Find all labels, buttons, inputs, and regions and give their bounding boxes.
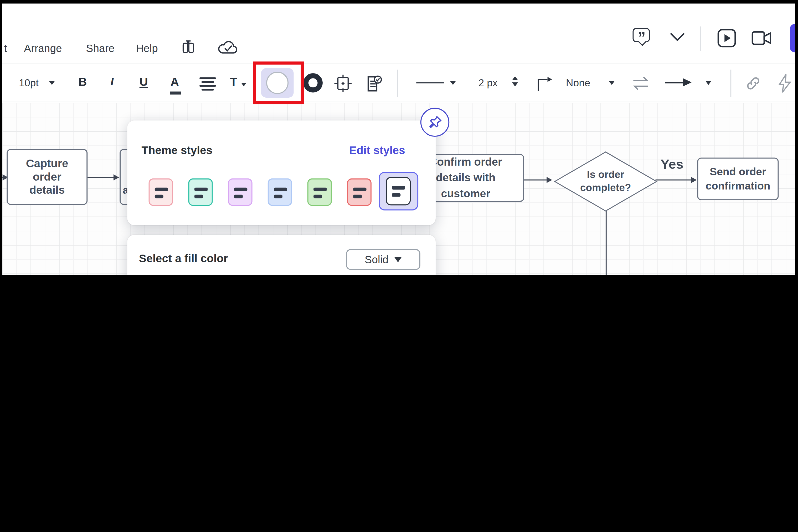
menu-item-share[interactable]: Share: [86, 42, 114, 54]
menu-bar: t Arrange Share Help ”: [2, 4, 795, 64]
theme-style-swatch[interactable]: [228, 178, 253, 206]
comment-icon[interactable]: ”: [633, 28, 650, 42]
arrowhead-caret-icon[interactable]: [705, 81, 711, 85]
frame-target-icon[interactable]: [334, 74, 352, 94]
underline-button[interactable]: U: [140, 75, 148, 89]
node-label: Confirm order details with customer: [429, 154, 502, 202]
theme-style-swatch[interactable]: [149, 178, 173, 206]
stroke-color-button[interactable]: [303, 73, 323, 93]
flow-node-send-order-confirmation[interactable]: Send order confirmation: [697, 157, 779, 200]
text-color-button[interactable]: A: [170, 75, 179, 89]
arrowhead-button[interactable]: [665, 82, 684, 83]
elbow-connector-icon[interactable]: [533, 73, 554, 96]
highlight-red-box: [253, 61, 304, 104]
stroke-width-stepper[interactable]: [512, 76, 518, 87]
theme-style-swatch[interactable]: [268, 178, 292, 206]
theme-style-swatch[interactable]: [188, 178, 213, 206]
line-style-button[interactable]: [416, 82, 444, 83]
arrowhead-icon: [546, 177, 552, 183]
document-check-icon[interactable]: [364, 74, 384, 96]
node-label: Is order complete?: [554, 168, 657, 194]
fill-mode-dropdown[interactable]: Solid: [346, 249, 420, 270]
fill-color-popup: Select a fill color Solid + Apply Condit…: [127, 235, 436, 275]
connector[interactable]: [88, 177, 114, 178]
connector[interactable]: [606, 211, 607, 275]
arrowhead-icon: [113, 174, 119, 180]
fill-mode-caret-icon: [395, 257, 402, 262]
toolbar-divider: [397, 70, 398, 97]
bold-button[interactable]: B: [78, 75, 87, 89]
pushpin-icon: [427, 115, 442, 130]
edge-label-yes: Yes: [660, 157, 684, 172]
text-align-icon[interactable]: [198, 76, 217, 94]
text-style-button[interactable]: T: [230, 75, 237, 89]
cloud-check-icon[interactable]: [217, 39, 239, 57]
binoculars-icon[interactable]: [179, 38, 198, 58]
lightning-icon[interactable]: [776, 73, 794, 96]
pin-popup-button[interactable]: [420, 108, 449, 137]
theme-style-swatch[interactable]: [347, 178, 371, 206]
theme-style-swatch: [386, 177, 411, 205]
video-camera-icon[interactable]: [751, 30, 774, 48]
text-style-caret-icon: [241, 83, 246, 87]
menu-item-cutoff[interactable]: t: [4, 42, 7, 54]
fill-color-title: Select a fill color: [139, 252, 228, 265]
italic-button[interactable]: I: [110, 75, 114, 89]
menu-item-arrange[interactable]: Arrange: [24, 42, 62, 54]
node-label: Send order confirmation: [706, 165, 770, 193]
node-label: Capture order details: [26, 157, 68, 196]
theme-style-swatch-selected[interactable]: [379, 172, 418, 210]
chevron-down-icon[interactable]: [669, 31, 686, 45]
edit-styles-link[interactable]: Edit styles: [349, 144, 405, 157]
line-style-caret-icon[interactable]: [450, 81, 456, 85]
toolbar-divider: [730, 70, 731, 97]
line-endpoint-caret-icon[interactable]: [609, 81, 615, 85]
format-toolbar: 10pt B I U A T: [2, 63, 795, 102]
theme-styles-popup: Theme styles Edit styles: [127, 120, 436, 225]
theme-styles-title: Theme styles: [141, 144, 212, 157]
fill-mode-value: Solid: [365, 253, 388, 266]
primary-action-button-cutoff[interactable]: [790, 24, 798, 52]
present-play-icon[interactable]: [717, 28, 737, 51]
connector[interactable]: [656, 179, 691, 180]
header-divider: [700, 26, 701, 51]
line-endpoint-select[interactable]: None: [566, 77, 591, 89]
link-icon[interactable]: [744, 74, 763, 94]
swap-arrows-icon[interactable]: [631, 75, 651, 94]
connector[interactable]: [524, 179, 546, 180]
flow-node-capture-order-details[interactable]: Capture order details: [6, 149, 88, 205]
font-size-caret-icon[interactable]: [49, 81, 55, 85]
font-size-select[interactable]: 10pt: [19, 77, 39, 89]
arrowhead-icon: [691, 177, 696, 183]
app-window: t Arrange Share Help ”: [0, 0, 798, 275]
menu-item-help[interactable]: Help: [136, 42, 158, 54]
theme-style-swatch[interactable]: [307, 178, 332, 206]
stroke-width-field[interactable]: 2 px: [478, 77, 498, 89]
